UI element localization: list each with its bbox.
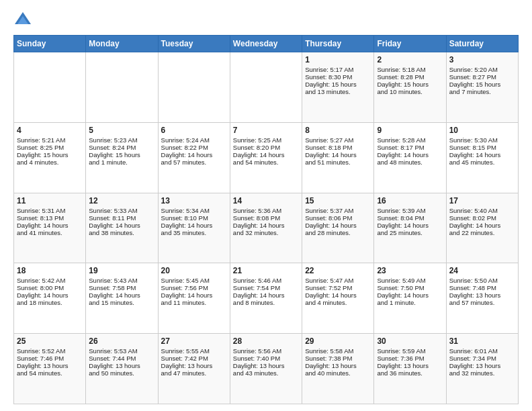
day-info-line: Sunset: 8:06 PM xyxy=(305,214,371,222)
day-info-line: and 10 minutes. xyxy=(377,88,443,95)
day-info-line: Sunset: 7:46 PM xyxy=(17,355,83,362)
day-info-line: Daylight: 15 hours xyxy=(305,81,371,88)
day-info-line: Daylight: 13 hours xyxy=(305,362,371,369)
day-info-line: Sunset: 8:15 PM xyxy=(449,144,515,151)
day-info-line: Sunrise: 5:52 AM xyxy=(17,347,83,355)
day-info-line: Sunset: 8:18 PM xyxy=(305,144,371,151)
logo xyxy=(13,11,35,30)
header-row: SundayMondayTuesdayWednesdayThursdayFrid… xyxy=(14,36,519,52)
day-info-line: Sunrise: 5:30 AM xyxy=(449,136,515,144)
calendar-cell: 24Sunrise: 5:50 AMSunset: 7:48 PMDayligh… xyxy=(446,263,518,334)
logo-icon xyxy=(13,11,32,30)
day-info-line: Sunrise: 5:47 AM xyxy=(305,277,371,284)
calendar-cell: 10Sunrise: 5:30 AMSunset: 8:15 PMDayligh… xyxy=(446,122,518,193)
day-info-line: and 32 minutes. xyxy=(233,229,299,236)
day-info-line: Sunrise: 5:43 AM xyxy=(89,277,154,284)
day-info-line: Sunset: 8:11 PM xyxy=(89,214,154,222)
day-info-line: and 38 minutes. xyxy=(89,229,154,236)
day-info-line: and 4 minutes. xyxy=(305,299,371,306)
day-info-line: Sunset: 8:17 PM xyxy=(377,144,443,151)
day-info-line: and 57 minutes. xyxy=(449,299,515,306)
day-info-line: and 1 minute. xyxy=(377,299,443,306)
day-info-line: Daylight: 14 hours xyxy=(161,291,227,299)
day-info-line: Sunset: 7:54 PM xyxy=(233,284,299,291)
day-number: 19 xyxy=(89,266,154,275)
day-info-line: Sunset: 7:42 PM xyxy=(161,355,227,362)
calendar-cell xyxy=(86,52,158,123)
calendar-cell: 4Sunrise: 5:21 AMSunset: 8:25 PMDaylight… xyxy=(14,122,86,193)
day-info-line: Sunset: 8:10 PM xyxy=(161,214,227,222)
day-info-line: and 1 minute. xyxy=(89,158,154,166)
day-info-line: Daylight: 13 hours xyxy=(377,362,443,369)
day-info-line: Sunrise: 5:58 AM xyxy=(305,347,371,355)
day-info-line: and 18 minutes. xyxy=(17,299,83,306)
day-info-line: Sunrise: 5:42 AM xyxy=(17,277,83,284)
day-info-line: Daylight: 13 hours xyxy=(449,291,515,299)
calendar-cell: 28Sunrise: 5:56 AMSunset: 7:40 PMDayligh… xyxy=(230,334,302,404)
day-info-line: Daylight: 14 hours xyxy=(233,151,299,158)
day-info-line: Sunset: 8:13 PM xyxy=(17,214,83,222)
day-number: 2 xyxy=(377,55,443,64)
day-info-line: Sunrise: 5:25 AM xyxy=(233,136,299,144)
day-info-line: Daylight: 14 hours xyxy=(377,291,443,299)
page: SundayMondayTuesdayWednesdayThursdayFrid… xyxy=(0,0,532,411)
day-number: 26 xyxy=(89,336,154,346)
day-number: 11 xyxy=(17,196,83,205)
day-info-line: Sunset: 7:58 PM xyxy=(89,284,154,291)
calendar-cell xyxy=(158,52,230,123)
day-info-line: and 57 minutes. xyxy=(161,158,227,166)
day-info-line: Sunrise: 5:28 AM xyxy=(377,136,443,144)
day-number: 13 xyxy=(161,196,227,205)
day-info-line: Daylight: 14 hours xyxy=(449,222,515,229)
day-info-line: and 45 minutes. xyxy=(449,158,515,166)
day-info-line: Sunrise: 5:39 AM xyxy=(377,207,443,214)
day-info-line: Sunrise: 5:17 AM xyxy=(305,66,371,73)
day-info-line: and 48 minutes. xyxy=(377,158,443,166)
day-info-line: and 35 minutes. xyxy=(161,229,227,236)
day-number: 12 xyxy=(89,196,154,205)
day-info-line: Sunset: 8:22 PM xyxy=(161,144,227,151)
day-info-line: Sunrise: 5:24 AM xyxy=(161,136,227,144)
calendar-cell: 3Sunrise: 5:20 AMSunset: 8:27 PMDaylight… xyxy=(446,52,518,123)
calendar-cell: 22Sunrise: 5:47 AMSunset: 7:52 PMDayligh… xyxy=(302,263,374,334)
calendar-cell: 7Sunrise: 5:25 AMSunset: 8:20 PMDaylight… xyxy=(230,122,302,193)
day-number: 5 xyxy=(89,126,154,135)
day-info-line: and 54 minutes. xyxy=(233,158,299,166)
day-number: 22 xyxy=(305,266,371,275)
day-info-line: Sunrise: 5:40 AM xyxy=(449,207,515,214)
day-info-line: and 28 minutes. xyxy=(305,229,371,236)
calendar-cell: 14Sunrise: 5:36 AMSunset: 8:08 PMDayligh… xyxy=(230,193,302,263)
day-info-line: and 51 minutes. xyxy=(305,158,371,166)
day-number: 17 xyxy=(449,196,515,205)
calendar-cell: 17Sunrise: 5:40 AMSunset: 8:02 PMDayligh… xyxy=(446,193,518,263)
day-number: 9 xyxy=(377,126,443,135)
day-info-line: Sunset: 8:20 PM xyxy=(233,144,299,151)
week-row-2: 11Sunrise: 5:31 AMSunset: 8:13 PMDayligh… xyxy=(14,193,519,263)
calendar-cell: 11Sunrise: 5:31 AMSunset: 8:13 PMDayligh… xyxy=(14,193,86,263)
calendar-cell: 26Sunrise: 5:53 AMSunset: 7:44 PMDayligh… xyxy=(86,334,158,404)
day-header-monday: Monday xyxy=(86,36,158,52)
day-info-line: and 43 minutes. xyxy=(233,369,299,377)
day-info-line: Daylight: 14 hours xyxy=(17,222,83,229)
day-header-friday: Friday xyxy=(374,36,446,52)
day-info-line: Sunrise: 5:53 AM xyxy=(89,347,154,355)
day-info-line: Daylight: 15 hours xyxy=(449,81,515,88)
day-info-line: Sunset: 7:38 PM xyxy=(305,355,371,362)
day-info-line: Daylight: 14 hours xyxy=(305,291,371,299)
day-info-line: Daylight: 15 hours xyxy=(17,151,83,158)
day-number: 28 xyxy=(233,336,299,346)
calendar-cell: 25Sunrise: 5:52 AMSunset: 7:46 PMDayligh… xyxy=(14,334,86,404)
calendar-header: SundayMondayTuesdayWednesdayThursdayFrid… xyxy=(14,36,519,52)
day-info-line: Sunset: 7:48 PM xyxy=(449,284,515,291)
day-number: 16 xyxy=(377,196,443,205)
day-info-line: Daylight: 14 hours xyxy=(377,151,443,158)
calendar-cell: 29Sunrise: 5:58 AMSunset: 7:38 PMDayligh… xyxy=(302,334,374,404)
day-info-line: Sunrise: 5:18 AM xyxy=(377,66,443,73)
day-info-line: Daylight: 14 hours xyxy=(233,291,299,299)
day-info-line: and 36 minutes. xyxy=(377,369,443,377)
day-info-line: Sunset: 8:30 PM xyxy=(305,73,371,81)
day-number: 14 xyxy=(233,196,299,205)
day-info-line: and 4 minutes. xyxy=(17,158,83,166)
day-info-line: and 25 minutes. xyxy=(377,229,443,236)
day-info-line: Sunset: 8:25 PM xyxy=(17,144,83,151)
